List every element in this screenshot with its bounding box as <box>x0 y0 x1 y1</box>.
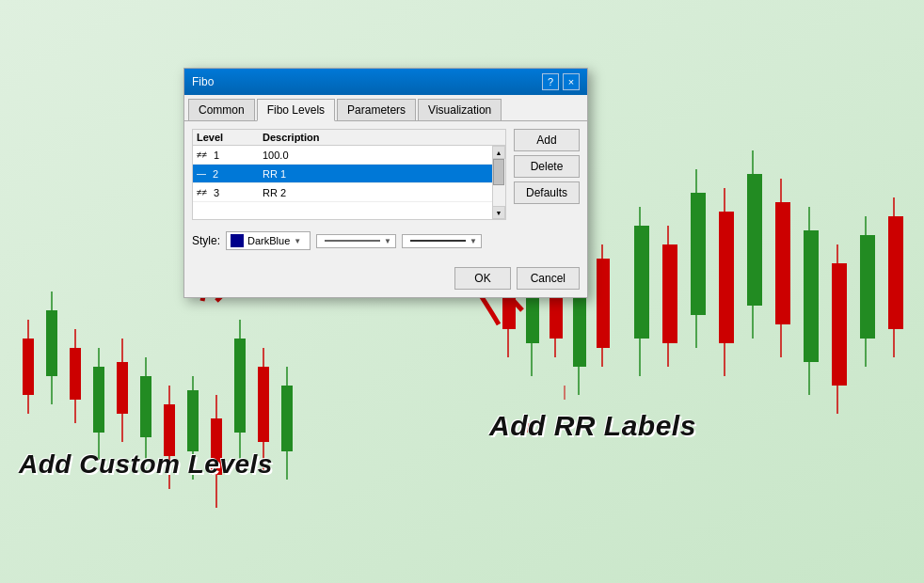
annotation-rr-labels: Add RR Labels <box>489 410 696 442</box>
levels-container: Level Description ≠≠1 100.0 —2 <box>192 129 580 220</box>
svg-rect-48 <box>804 230 819 362</box>
tab-common[interactable]: Common <box>188 99 255 120</box>
svg-rect-2 <box>23 339 34 395</box>
svg-rect-10 <box>117 362 128 414</box>
buttons-section: Add Delete Defaults <box>514 129 580 220</box>
header-level: Level <box>197 132 263 143</box>
scrollbar-up[interactable]: ▲ <box>492 146 505 159</box>
dialog-content: Level Description ≠≠1 100.0 —2 <box>184 121 587 261</box>
svg-rect-12 <box>140 376 151 437</box>
tab-visualization[interactable]: Visualization <box>418 99 502 120</box>
svg-rect-20 <box>234 339 246 433</box>
desc-value-3: RR 2 <box>263 187 502 198</box>
dialog-titlebar: Fibo ? × <box>184 69 587 95</box>
svg-rect-34 <box>597 259 610 348</box>
color-select[interactable]: DarkBlue ▼ <box>226 231 311 250</box>
annotation-custom-levels: Add Custom Levels <box>19 449 273 480</box>
delete-button[interactable]: Delete <box>514 155 580 178</box>
svg-rect-54 <box>888 216 903 329</box>
dialog-fibo: Fibo ? × Common Fibo Levels Parameters V… <box>183 68 588 298</box>
table-wrapper[interactable]: ≠≠1 100.0 —2 RR 1 ≠≠3 <box>192 145 506 220</box>
svg-rect-22 <box>258 367 269 442</box>
scrollbar-thumb[interactable] <box>493 159 504 185</box>
defaults-button[interactable]: Defaults <box>514 181 580 204</box>
ok-button[interactable]: OK <box>454 267 510 290</box>
table-row[interactable]: —2 RR 1 <box>193 165 505 183</box>
line-dropdown-arrow-2: ▼ <box>470 237 477 245</box>
add-button[interactable]: Add <box>514 129 580 151</box>
svg-rect-24 <box>281 386 293 451</box>
help-button[interactable]: ? <box>542 73 559 90</box>
table-row[interactable]: ≠≠3 RR 2 <box>193 183 505 202</box>
svg-rect-8 <box>93 367 104 433</box>
svg-rect-38 <box>662 244 677 343</box>
svg-rect-36 <box>634 226 649 339</box>
svg-rect-52 <box>860 235 875 339</box>
line-dropdown-arrow-1: ▼ <box>384 237 391 245</box>
line-style-select-1[interactable]: ▼ <box>316 234 396 248</box>
color-dropdown-arrow: ▼ <box>294 237 301 245</box>
color-preview <box>231 234 244 247</box>
close-button[interactable]: × <box>563 73 580 90</box>
svg-rect-50 <box>832 263 847 386</box>
scrollbar-down[interactable]: ▼ <box>492 206 505 219</box>
table-header: Level Description <box>192 129 506 145</box>
svg-rect-40 <box>691 193 706 315</box>
style-label: Style: <box>192 234 220 247</box>
desc-value-1: 100.0 <box>263 150 502 161</box>
svg-rect-6 <box>70 348 81 400</box>
level-value-2: —2 <box>197 168 263 180</box>
svg-rect-4 <box>46 310 57 376</box>
style-row: Style: DarkBlue ▼ ▼ ▼ <box>192 228 580 254</box>
table-section: Level Description ≠≠1 100.0 —2 <box>192 129 506 220</box>
svg-rect-14 <box>164 404 175 456</box>
color-name: DarkBlue <box>247 235 290 246</box>
table-row[interactable]: ≠≠1 100.0 <box>193 146 505 165</box>
svg-rect-42 <box>719 212 734 343</box>
titlebar-buttons: ? × <box>542 73 580 90</box>
cancel-button[interactable]: Cancel <box>517 267 580 290</box>
line-preview-1 <box>325 240 380 242</box>
tab-fibo-levels[interactable]: Fibo Levels <box>257 99 335 121</box>
svg-rect-46 <box>775 202 790 324</box>
line-preview-2 <box>410 240 466 242</box>
line-style-select-2[interactable]: ▼ <box>402 234 482 248</box>
level-value-3: ≠≠3 <box>197 187 263 198</box>
level-value-1: ≠≠1 <box>197 150 263 161</box>
dialog-title: Fibo <box>192 75 214 88</box>
scrollbar-track[interactable]: ▲ ▼ <box>492 146 505 219</box>
svg-rect-16 <box>187 390 199 451</box>
svg-rect-44 <box>747 174 762 306</box>
desc-value-2: RR 1 <box>263 168 502 180</box>
dialog-tabs: Common Fibo Levels Parameters Visualizat… <box>184 95 587 121</box>
tab-parameters[interactable]: Parameters <box>337 99 416 120</box>
dialog-footer: OK Cancel <box>184 261 587 297</box>
header-description: Description <box>263 132 502 143</box>
